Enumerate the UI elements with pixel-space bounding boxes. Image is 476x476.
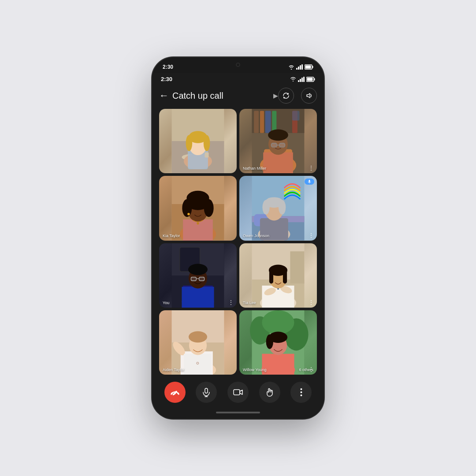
svg-point-27 (268, 130, 288, 141)
call-title: Catch up call (172, 91, 271, 101)
call-header: ← Catch up call ▶ (152, 85, 324, 107)
signal-bars-icon (296, 64, 303, 70)
svg-rect-31 (292, 111, 299, 121)
inner-battery-icon (306, 77, 315, 82)
svg-rect-19 (260, 111, 264, 133)
audio-button[interactable] (301, 88, 317, 104)
participant-label-3: Kia Taylor (163, 234, 180, 238)
participant-cell-4[interactable]: Owen Johnson ⋮ (239, 176, 317, 240)
svg-rect-101 (205, 388, 208, 393)
speaker-icon (305, 92, 313, 100)
svg-point-107 (300, 394, 302, 396)
svg-rect-20 (265, 111, 271, 133)
svg-rect-1 (312, 66, 313, 68)
svg-point-106 (300, 391, 302, 393)
camera-icon (233, 387, 243, 397)
participant-menu-2[interactable]: ⋮ (308, 164, 314, 171)
camera-dot (236, 63, 240, 67)
svg-rect-28 (271, 143, 277, 147)
svg-rect-63 (191, 277, 196, 280)
person-svg-5 (159, 243, 237, 308)
mic-icon (201, 387, 211, 397)
svg-rect-2 (305, 66, 311, 69)
svg-rect-53 (309, 180, 310, 182)
participant-cell-3[interactable]: Kia Taylor (159, 176, 237, 240)
svg-point-88 (189, 331, 207, 342)
raise-hand-button[interactable] (259, 382, 280, 403)
participant-cell-7[interactable]: ✪ Aiden Taylor (159, 310, 237, 375)
svg-point-93 (262, 310, 294, 335)
participant-cell-6[interactable]: Tia Lee ⋮ (239, 243, 317, 308)
svg-point-105 (300, 388, 302, 390)
participant-cell-5[interactable]: You ⋮ (159, 243, 237, 308)
participant-cell-2[interactable]: Nathan Miller ⋮ (239, 109, 317, 173)
end-call-button[interactable] (164, 382, 186, 403)
more-icon (300, 388, 302, 397)
svg-rect-78 (283, 269, 287, 283)
svg-text:✪: ✪ (197, 361, 200, 365)
svg-line-99 (178, 393, 179, 394)
svg-point-98 (266, 335, 273, 349)
more-options-button[interactable] (290, 382, 312, 403)
participant-label-2: Nathan Miller (243, 166, 266, 171)
mic-active-icon (307, 179, 312, 184)
end-call-icon (170, 387, 180, 397)
inner-signal-icon (298, 77, 305, 82)
person-svg-7: ✪ (159, 310, 237, 375)
svg-rect-4 (314, 78, 315, 80)
person-svg-2 (239, 109, 317, 173)
header-actions (278, 88, 317, 104)
svg-point-62 (188, 264, 208, 275)
switch-camera-icon (282, 92, 290, 100)
svg-rect-25 (263, 152, 293, 174)
person-svg-6 (239, 243, 317, 308)
svg-rect-5 (307, 78, 313, 81)
switch-camera-button[interactable] (278, 88, 294, 104)
back-button[interactable]: ← (159, 91, 169, 100)
person-svg-8 (239, 310, 317, 375)
wifi-icon (288, 64, 294, 70)
svg-rect-77 (269, 269, 273, 283)
participant-menu-5[interactable]: ⋮ (228, 299, 234, 306)
top-status-icons (288, 64, 313, 70)
svg-rect-18 (254, 111, 259, 133)
video-grid: Nathan Miller ⋮ (152, 107, 324, 376)
svg-rect-64 (199, 277, 205, 280)
battery-icon (305, 64, 313, 70)
participant-label-5: You (163, 301, 169, 305)
svg-rect-104 (234, 390, 240, 395)
screen: 2:30 (152, 73, 324, 419)
svg-point-14 (204, 135, 210, 151)
inner-time: 2:30 (161, 76, 172, 82)
svg-line-100 (171, 393, 172, 394)
participant-label-7: Aiden Taylor (163, 368, 184, 372)
svg-point-42 (197, 222, 199, 224)
svg-rect-29 (279, 143, 285, 147)
participant-menu-4[interactable]: ⋮ (308, 232, 314, 239)
person-svg-1 (159, 109, 237, 173)
svg-rect-60 (182, 286, 214, 308)
participant-cell-1[interactable] (159, 109, 237, 173)
participant-label-6: Tia Lee (243, 301, 256, 305)
mute-button[interactable] (196, 382, 217, 403)
phone-frame: 2:30 2 (152, 57, 324, 419)
inner-status-icons (290, 77, 315, 82)
call-controls (152, 376, 324, 406)
title-arrow: ▶ (273, 92, 278, 99)
person-svg-3 (159, 176, 237, 240)
svg-point-41 (187, 213, 190, 215)
svg-point-13 (186, 135, 193, 151)
participant-menu-6[interactable]: ⋮ (308, 299, 314, 306)
inner-status-bar: 2:30 (152, 73, 324, 85)
participant-label-8: Willow Young (243, 368, 267, 372)
participant-badge-4 (305, 178, 314, 185)
camera-toggle-button[interactable] (227, 382, 249, 403)
top-time: 2:30 (163, 64, 173, 70)
inner-wifi-icon (290, 77, 296, 82)
home-bar (216, 412, 260, 413)
svg-rect-95 (262, 353, 294, 375)
hand-icon (265, 387, 275, 397)
person-svg-4 (239, 176, 317, 240)
participant-menu-8[interactable]: ⋮ (308, 366, 314, 373)
participant-cell-8[interactable]: Willow Young 6 others ⋮ (239, 310, 317, 375)
